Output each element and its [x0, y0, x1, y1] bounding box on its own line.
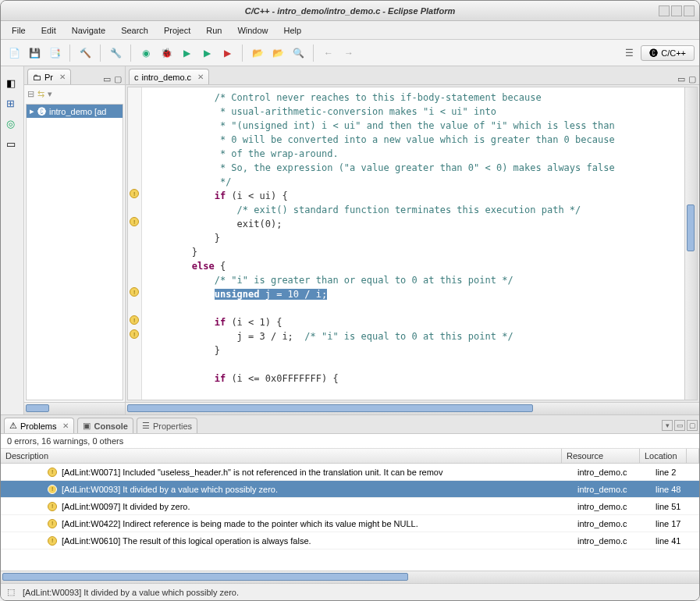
editor-vscroll[interactable]	[684, 87, 697, 400]
problem-location: line 41	[652, 536, 699, 546]
maximize-bottom-icon[interactable]: ▢	[687, 420, 698, 431]
back-icon[interactable]: ←	[320, 44, 337, 62]
console-icon: ▣	[83, 421, 91, 431]
open-perspective-icon[interactable]: ☰	[620, 44, 638, 62]
problem-location: line 51	[652, 502, 699, 511]
editor-tab-label: intro_demo.c	[142, 73, 192, 82]
close-problems-icon[interactable]: ✕	[62, 421, 69, 430]
minimize-view-icon[interactable]: ▭	[103, 74, 111, 84]
close-button[interactable]	[684, 5, 695, 16]
problem-row[interactable]: ![AdLint:W0071] Included "useless_header…	[1, 464, 699, 481]
project-tab-label: Pr	[44, 73, 53, 82]
fwd-icon[interactable]: →	[340, 44, 357, 62]
window-title: C/C++ - intro_demo/intro_demo.c - Eclips…	[245, 6, 456, 16]
openfolder-icon[interactable]: 📂	[249, 44, 266, 62]
menu-project[interactable]: Project	[158, 24, 197, 37]
hammer-icon[interactable]: 🔧	[107, 44, 124, 62]
editor-gutter: ! ! ! ! !	[128, 87, 142, 400]
problem-row[interactable]: ![AdLint:W0093] It divided by a value wh…	[1, 481, 699, 498]
problem-location: line 2	[652, 468, 699, 477]
view-menu-icon[interactable]: ▾	[662, 420, 673, 431]
perspective-button[interactable]: 🅒 C/C++	[641, 45, 695, 61]
minimize-button[interactable]	[659, 5, 670, 16]
save-icon[interactable]: 💾	[26, 44, 43, 62]
menu-run[interactable]: Run	[200, 24, 228, 37]
titlebar: C/C++ - intro_demo/intro_demo.c - Eclips…	[1, 1, 699, 21]
outline-icon[interactable]: ⊞	[6, 98, 19, 110]
search-tool-icon[interactable]: 🔍	[290, 44, 307, 62]
tab-problems-label: Problems	[20, 421, 56, 431]
folder-icon: 🗀	[33, 73, 41, 82]
menu-edit[interactable]: Edit	[35, 24, 62, 37]
menu-file[interactable]: File	[5, 24, 32, 37]
close-tab-icon[interactable]: ✕	[59, 73, 66, 81]
editor-tab[interactable]: c intro_demo.c ✕	[129, 69, 209, 84]
warning-marker-icon[interactable]: !	[130, 217, 139, 226]
tab-problems[interactable]: ⚠ Problems ✕	[4, 418, 74, 433]
left-trim: ◧ ⊞ ◎ ▭	[1, 66, 24, 414]
warning-icon: !	[48, 485, 57, 494]
maximize-view-icon[interactable]: ▢	[114, 74, 122, 84]
menu-icon[interactable]: ▾	[48, 89, 52, 99]
problem-row[interactable]: ![AdLint:W0422] Indirect reference is be…	[1, 515, 699, 532]
menu-search[interactable]: Search	[115, 24, 155, 37]
maximize-editor-icon[interactable]: ▢	[688, 74, 696, 84]
problem-desc: [AdLint:W0097] It divided by zero.	[62, 502, 190, 511]
eclipse-window: C/C++ - intro_demo/intro_demo.c - Eclips…	[0, 0, 700, 601]
warning-marker-icon[interactable]: !	[130, 189, 139, 198]
problem-row[interactable]: ![AdLint:W0610] The result of this logic…	[1, 532, 699, 549]
collapse-icon[interactable]: ⊟	[27, 89, 34, 99]
menu-navigate[interactable]: Navigate	[66, 24, 112, 37]
tab-console[interactable]: ▣ Console	[77, 418, 133, 433]
menubar: File Edit Navigate Search Project Run Wi…	[1, 21, 699, 40]
tab-properties-label: Properties	[153, 421, 192, 431]
problem-resource: intro_demo.c	[574, 502, 652, 511]
cfile-icon: c	[134, 73, 139, 82]
warning-icon: !	[48, 468, 57, 477]
build-icon[interactable]: 🔨	[76, 44, 94, 62]
warning-icon: !	[48, 502, 57, 511]
runext-icon[interactable]: ▶	[198, 44, 215, 62]
close-editor-icon[interactable]: ✕	[197, 73, 204, 81]
code-editor[interactable]: /* Control never reaches to this if-body…	[142, 87, 684, 400]
statusbar: ⬚ [AdLint:W0093] It divided by a value w…	[1, 583, 699, 600]
problem-row[interactable]: ![AdLint:W0097] It divided by zero.intro…	[1, 498, 699, 515]
warning-icon: !	[48, 519, 57, 528]
problems-header: Description Resource Location	[1, 449, 699, 464]
openfolder2-icon[interactable]: 📂	[269, 44, 286, 62]
perspective-label: C/C++	[661, 48, 686, 58]
bottom-pane: ⚠ Problems ✕ ▣ Console ☰ Properties ▾ ▭ …	[1, 414, 699, 583]
problem-resource: intro_demo.c	[574, 485, 652, 494]
warning-marker-icon[interactable]: !	[130, 287, 139, 297]
col-location[interactable]: Location	[640, 449, 687, 463]
saveall-icon[interactable]: 📑	[46, 44, 63, 62]
restore-icon[interactable]: ◧	[6, 77, 19, 90]
problem-location: line 17	[652, 519, 699, 528]
warning-marker-icon[interactable]: !	[130, 315, 139, 325]
project-hscroll[interactable]	[24, 402, 125, 414]
new-icon[interactable]: 📄	[5, 44, 23, 62]
tab-properties[interactable]: ☰ Properties	[137, 418, 197, 433]
tab-console-label: Console	[94, 421, 127, 431]
col-description[interactable]: Description	[1, 449, 562, 463]
menu-window[interactable]: Window	[231, 24, 274, 37]
makefile-icon[interactable]: ▭	[6, 138, 19, 151]
target-icon[interactable]: ◎	[6, 118, 19, 130]
minimize-bottom-icon[interactable]: ▭	[674, 420, 685, 431]
editor-hscroll[interactable]	[126, 402, 699, 414]
project-item-label: intro_demo [ad	[49, 107, 106, 116]
minimize-editor-icon[interactable]: ▭	[677, 74, 685, 84]
problem-desc: [AdLint:W0610] The result of this logica…	[62, 536, 311, 546]
project-item[interactable]: ▸ 🅒 intro_demo [ad	[27, 105, 123, 118]
world-icon[interactable]: ◉	[137, 44, 155, 62]
link-icon[interactable]: ⇆	[37, 89, 44, 99]
project-tab[interactable]: 🗀 Pr ✕	[27, 69, 71, 84]
problems-hscroll[interactable]	[1, 571, 699, 583]
warning-marker-icon[interactable]: !	[130, 329, 139, 339]
col-resource[interactable]: Resource	[562, 449, 640, 463]
profile-icon[interactable]: ▶	[219, 44, 236, 62]
bug-icon[interactable]: 🐞	[158, 44, 175, 62]
run-icon[interactable]: ▶	[178, 44, 195, 62]
maximize-button[interactable]	[671, 5, 682, 16]
menu-help[interactable]: Help	[278, 24, 308, 37]
